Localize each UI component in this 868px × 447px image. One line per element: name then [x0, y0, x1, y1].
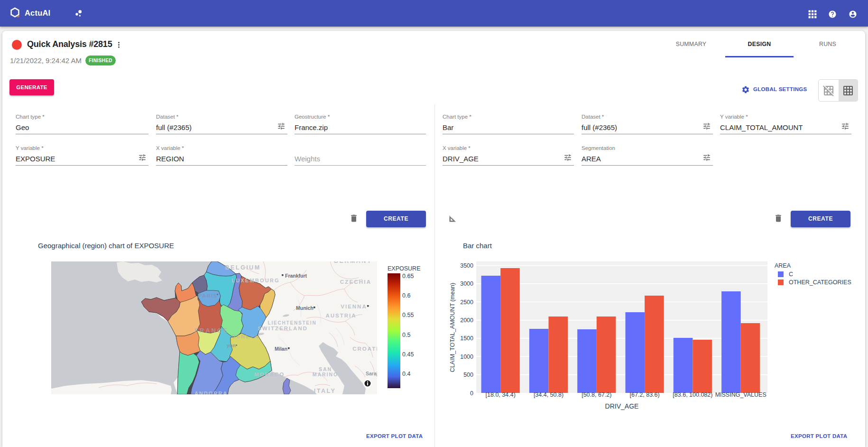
svg-text:SWITZERLAND: SWITZERLAND [258, 326, 308, 331]
svg-text:Milan: Milan [275, 346, 287, 352]
svg-text:[83.6, 100.082): [83.6, 100.082) [673, 391, 712, 398]
svg-text:0: 0 [470, 390, 473, 397]
svg-text:[67.2, 83.6): [67.2, 83.6) [629, 391, 659, 398]
svg-text:Saraje: Saraje [366, 371, 377, 376]
svg-text:FRANCE: FRANCE [194, 327, 229, 334]
svg-text:C: C [789, 271, 793, 278]
svg-text:500: 500 [463, 372, 473, 378]
svg-text:PARIS: PARIS [198, 293, 217, 298]
svg-text:LUXEMBOURG: LUXEMBOURG [231, 278, 279, 283]
svg-text:2000: 2000 [460, 317, 473, 324]
svg-text:[50.8, 67.2): [50.8, 67.2) [582, 391, 611, 398]
svg-text:DRIV_AGE: DRIV_AGE [605, 402, 639, 410]
svg-text:AUSTRIA: AUSTRIA [325, 313, 356, 318]
svg-text:AREA: AREA [775, 262, 791, 269]
svg-text:3500: 3500 [460, 262, 473, 269]
svg-text:[34.4, 50.8): [34.4, 50.8) [534, 391, 563, 398]
svg-text:[18.0, 34.4): [18.0, 34.4) [486, 391, 516, 398]
svg-text:CROATIA: CROATIA [352, 346, 377, 352]
svg-text:OTHER_CATEGORIES: OTHER_CATEGORIES [789, 279, 851, 286]
svg-text:Frankfurt: Frankfurt [285, 273, 307, 279]
svg-text:MISSING_VALUES: MISSING_VALUES [715, 391, 766, 398]
svg-text:Munich: Munich [296, 305, 314, 311]
svg-text:LIECHTENSTEIN: LIECHTENSTEIN [268, 320, 317, 326]
svg-text:GERMANY: GERMANY [333, 261, 372, 264]
svg-text:CZECHIA: CZECHIA [340, 279, 372, 285]
svg-text:1500: 1500 [460, 335, 473, 342]
svg-text:ITALY: ITALY [314, 388, 336, 394]
svg-text:BELGIUM: BELGIUM [225, 264, 260, 271]
svg-text:VIENNA: VIENNA [341, 304, 367, 309]
svg-text:MARINO: MARINO [313, 372, 339, 377]
svg-text:1000: 1000 [460, 354, 473, 360]
svg-text:CLAIM_TOTAL_AMOUNT (mean): CLAIM_TOTAL_AMOUNT (mean) [449, 283, 456, 372]
svg-text:ANDORRA: ANDORRA [194, 391, 228, 394]
svg-text:2500: 2500 [460, 299, 473, 306]
svg-text:GENEVA: GENEVA [231, 334, 259, 339]
svg-text:3000: 3000 [460, 280, 473, 287]
svg-text:yon: yon [227, 343, 236, 348]
svg-text:MONACO: MONACO [254, 372, 285, 377]
